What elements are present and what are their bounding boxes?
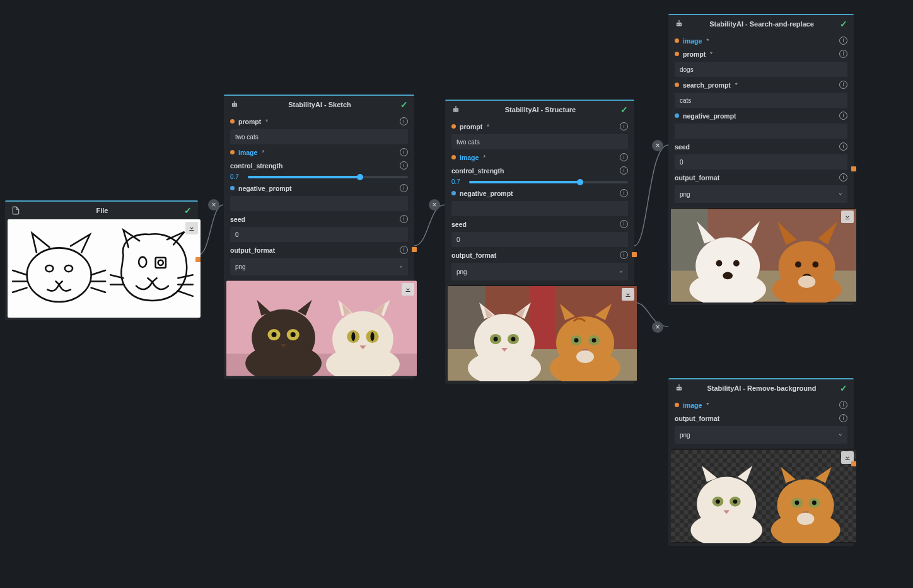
info-icon[interactable]: i bbox=[620, 251, 628, 259]
dogs-image bbox=[671, 208, 856, 303]
svg-point-39 bbox=[511, 337, 516, 342]
info-icon[interactable]: i bbox=[839, 173, 847, 182]
svg-point-37 bbox=[494, 337, 498, 342]
svg-point-87 bbox=[797, 512, 814, 525]
robot-icon bbox=[451, 105, 460, 114]
svg-rect-66 bbox=[677, 387, 682, 391]
connection-delete-button[interactable] bbox=[652, 321, 663, 333]
info-icon[interactable]: i bbox=[839, 81, 847, 89]
info-icon[interactable]: i bbox=[620, 166, 628, 175]
svg-point-10 bbox=[234, 101, 235, 102]
output-format-select[interactable]: png bbox=[230, 258, 408, 275]
svg-point-63 bbox=[812, 262, 818, 268]
negative-prompt-input[interactable] bbox=[451, 201, 628, 216]
connection-delete-button[interactable] bbox=[208, 199, 219, 210]
svg-rect-4 bbox=[156, 258, 166, 268]
svg-point-1 bbox=[45, 265, 53, 272]
info-icon[interactable]: i bbox=[839, 50, 847, 58]
cats-image-2 bbox=[448, 285, 637, 381]
output-preview bbox=[226, 280, 417, 376]
output-format-select[interactable]: png bbox=[675, 185, 847, 203]
output-preview bbox=[671, 208, 856, 303]
seed-input[interactable]: 0 bbox=[230, 227, 408, 242]
info-icon[interactable]: i bbox=[400, 184, 408, 192]
info-icon[interactable]: i bbox=[839, 37, 847, 45]
node-sketch[interactable]: StabilityAI - Sketch ✓ prompt *i two cat… bbox=[224, 95, 414, 379]
info-icon[interactable]: i bbox=[620, 153, 628, 161]
node-header[interactable]: File ✓ bbox=[5, 202, 198, 219]
node-header[interactable]: StabilityAI - Structure ✓ bbox=[445, 101, 634, 118]
download-button[interactable] bbox=[841, 210, 854, 223]
negative-prompt-input[interactable] bbox=[675, 124, 847, 139]
cats-nobg-image bbox=[671, 449, 856, 543]
output-port[interactable] bbox=[851, 461, 856, 466]
svg-point-3 bbox=[139, 257, 146, 267]
svg-point-8 bbox=[235, 105, 236, 106]
info-icon[interactable]: i bbox=[400, 246, 408, 254]
param-control-strength-label: control_strengthi bbox=[230, 160, 408, 171]
output-port[interactable] bbox=[851, 166, 856, 171]
param-seed-label: seedi bbox=[230, 214, 408, 224]
param-output-format-label: output_formati bbox=[230, 245, 408, 255]
node-structure[interactable]: StabilityAI - Structure ✓ prompt *i two … bbox=[445, 100, 634, 384]
output-format-select[interactable]: png bbox=[675, 426, 847, 444]
download-button[interactable] bbox=[402, 283, 414, 296]
info-icon[interactable]: i bbox=[400, 215, 408, 223]
param-image-label: image *i bbox=[675, 35, 847, 46]
output-port[interactable] bbox=[412, 247, 417, 252]
svg-point-26 bbox=[454, 110, 455, 111]
param-image-label: image *i bbox=[230, 147, 408, 158]
node-title: StabilityAI - Sketch bbox=[244, 101, 395, 108]
svg-point-48 bbox=[677, 24, 678, 25]
seed-input[interactable]: 0 bbox=[451, 232, 628, 247]
connection-delete-button[interactable] bbox=[652, 140, 663, 151]
control-strength-slider[interactable]: 0.7 bbox=[451, 178, 628, 185]
info-icon[interactable]: i bbox=[839, 142, 847, 151]
param-negative-prompt-label: negative_prompti bbox=[230, 183, 408, 193]
prompt-input[interactable]: two cats bbox=[451, 134, 628, 149]
prompt-input[interactable]: two cats bbox=[230, 129, 408, 144]
connection-delete-button[interactable] bbox=[429, 199, 440, 210]
node-header[interactable]: StabilityAI - Sketch ✓ bbox=[224, 96, 414, 113]
check-icon: ✓ bbox=[840, 383, 847, 393]
node-search-and-replace[interactable]: StabilityAI - Search-and-replace ✓ image… bbox=[668, 14, 854, 305]
download-button[interactable] bbox=[185, 222, 198, 234]
node-title: StabilityAI - Search-and-replace bbox=[689, 20, 835, 28]
svg-point-59 bbox=[723, 272, 733, 279]
info-icon[interactable]: i bbox=[839, 401, 847, 409]
info-icon[interactable]: i bbox=[400, 117, 408, 125]
node-header[interactable]: StabilityAI - Remove-background ✓ bbox=[668, 379, 854, 397]
svg-point-27 bbox=[456, 110, 458, 111]
param-seed-label: seedi bbox=[675, 141, 847, 152]
svg-point-84 bbox=[794, 500, 799, 505]
node-title: StabilityAI - Remove-background bbox=[689, 384, 835, 392]
info-icon[interactable]: i bbox=[839, 112, 847, 120]
svg-point-58 bbox=[733, 260, 740, 267]
download-button[interactable] bbox=[622, 288, 634, 301]
svg-rect-47 bbox=[677, 23, 682, 26]
prompt-input[interactable]: dogs bbox=[675, 62, 847, 77]
svg-point-49 bbox=[680, 24, 681, 25]
output-format-select[interactable]: png bbox=[451, 263, 628, 280]
svg-point-5 bbox=[158, 260, 163, 265]
cats-image-1 bbox=[226, 280, 417, 376]
output-port[interactable] bbox=[195, 257, 201, 262]
control-strength-slider[interactable]: 0.7 bbox=[230, 173, 408, 180]
robot-icon bbox=[230, 100, 239, 109]
node-remove-background[interactable]: StabilityAI - Remove-background ✓ image … bbox=[668, 378, 854, 546]
param-image-label: image *i bbox=[451, 152, 628, 163]
param-negative-prompt-label: negative_prompti bbox=[675, 110, 847, 121]
info-icon[interactable]: i bbox=[400, 148, 408, 156]
search-prompt-input[interactable]: cats bbox=[675, 93, 847, 108]
output-port[interactable] bbox=[632, 252, 637, 257]
info-icon[interactable]: i bbox=[620, 122, 628, 130]
info-icon[interactable]: i bbox=[620, 220, 628, 228]
info-icon[interactable]: i bbox=[620, 189, 628, 197]
seed-input[interactable]: 0 bbox=[675, 154, 847, 170]
node-file[interactable]: File ✓ bbox=[5, 200, 198, 320]
node-header[interactable]: StabilityAI - Search-and-replace ✓ bbox=[668, 15, 854, 33]
info-icon[interactable]: i bbox=[839, 414, 847, 422]
info-icon[interactable]: i bbox=[400, 161, 408, 170]
negative-prompt-input[interactable] bbox=[230, 196, 408, 211]
svg-point-78 bbox=[716, 499, 720, 504]
